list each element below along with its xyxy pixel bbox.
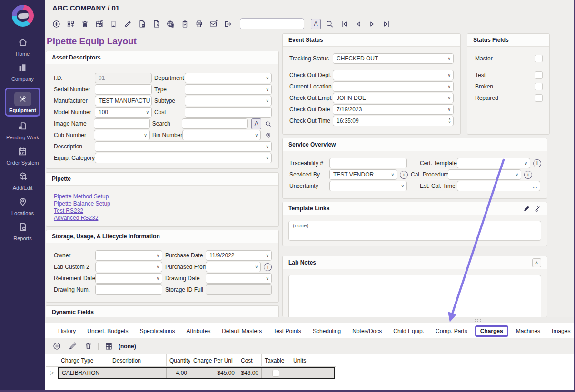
horizontal-splitter[interactable] [45,317,574,323]
print-icon[interactable] [193,18,205,30]
cost-cell[interactable]: $46.00 [238,368,262,378]
expand-row-icon[interactable]: ▷ [46,367,58,379]
purchased-from-combo[interactable]: ∨ [206,262,261,272]
crib-number-combo[interactable]: ∨ [94,130,150,140]
export-icon[interactable] [222,18,233,30]
template-links-content[interactable]: (none) [288,221,541,241]
sidebar-item-equipment[interactable]: Equipment [5,88,40,117]
check-out-date-combo[interactable]: 7/19/2023∨ [333,104,454,115]
clone-record-icon[interactable] [65,18,76,30]
grid-view-icon[interactable] [103,340,114,353]
quick-search-input[interactable] [240,18,304,29]
ellipsis-icon[interactable]: … [532,184,537,189]
drawing-date-combo[interactable]: ∨ [206,273,272,284]
type-combo[interactable]: ∨ [185,84,272,95]
column-header[interactable]: Units [290,354,336,367]
tab-specifications[interactable]: Specifications [139,328,175,334]
test-rs232-link[interactable]: Test RS232 [54,207,278,215]
charge-per-unit-cell[interactable]: $45.00 [190,368,238,378]
department-combo[interactable]: ∨ [185,73,272,83]
report-settings-icon[interactable] [136,18,148,30]
link-icon[interactable] [534,205,541,212]
tab-comp-parts[interactable]: Comp. Parts [436,328,467,334]
serviced-by-info-icon[interactable]: i [400,171,408,179]
search-icon[interactable] [265,120,272,127]
drawing-num-field[interactable] [95,284,162,295]
sidebar-item-locations[interactable]: Locations [11,196,34,216]
purchase-date-combo[interactable]: 11/9/2022∨ [206,250,272,261]
add-record-icon[interactable] [50,18,62,30]
retirement-date-combo[interactable]: ∨ [95,273,162,284]
last-record-icon[interactable] [381,18,392,30]
tab-scheduling[interactable]: Scheduling [313,328,341,334]
model-number-combo[interactable]: 100∨ [95,107,152,118]
tab-child-equip[interactable]: Child Equip. [393,328,424,334]
taxable-checkbox[interactable] [272,370,279,377]
match-case-button[interactable]: A [311,19,321,29]
tab-charges[interactable]: Charges [475,325,508,337]
cert-template-info-icon[interactable]: i [533,159,541,167]
description-combo[interactable]: ∨ [95,141,272,152]
tab-attributes[interactable]: Attributes [186,328,210,334]
units-cell[interactable] [290,368,334,378]
add-charge-icon[interactable] [51,340,62,353]
tab-history[interactable]: History [58,328,76,334]
subtype-combo[interactable]: ∨ [185,96,272,106]
search-icon[interactable] [324,18,335,30]
pipette-balance-setup-link[interactable]: Pipette Balance Setup [54,200,278,207]
email-icon[interactable] [208,18,219,30]
bookmark-icon[interactable] [108,18,119,30]
table-row[interactable]: ▷ CALIBRATION 4.00 $45.00 $46.00 [46,367,336,379]
purchased-from-info-icon[interactable]: i [264,263,272,271]
delete-charge-icon[interactable] [82,340,94,353]
quantity-cell[interactable]: 4.00 [167,368,190,378]
grid-view-selector-link[interactable]: (none) [119,343,136,350]
web-verified-icon[interactable] [165,18,176,30]
storage-id-full-field[interactable] [206,284,272,295]
sidebar-item-pending-work[interactable]: Pending Work [6,121,39,140]
delete-record-icon[interactable] [79,18,90,30]
sidebar-item-company[interactable]: Company [11,62,34,82]
tab-machines[interactable]: Machines [516,328,540,334]
tasks-clipboard-icon[interactable] [179,18,190,30]
serial-number-field[interactable] [95,84,152,95]
column-header[interactable]: Cost [238,354,262,367]
master-checkbox[interactable] [535,55,543,62]
serviced-by-combo[interactable]: TEST VENDOR∨ [329,169,397,180]
collapse-icon[interactable]: ∧ [532,258,541,267]
column-header[interactable]: Charge Type [58,354,109,367]
description-cell[interactable] [109,368,167,378]
cert-template-combo[interactable]: ∨ [457,158,530,168]
import-structure-icon[interactable] [150,18,162,30]
manufacturer-combo[interactable]: TEST MANUFACTU∨ [95,96,152,106]
est-cal-time-field[interactable]: … [457,181,540,191]
equip-category-combo[interactable]: ∨ [95,153,272,163]
tab-default-masters[interactable]: Default Masters [222,328,262,334]
edit-template-links-icon[interactable] [523,205,530,212]
check-out-dept-combo[interactable]: ∨ [333,70,454,80]
tab-notes-docs[interactable]: Notes/Docs [352,328,382,334]
advanced-rs232-link[interactable]: Advanced RS232 [54,215,278,222]
lab-custom-2-combo[interactable]: ∨ [95,262,162,272]
asset-search-field[interactable] [182,118,248,129]
edit-icon[interactable] [122,18,133,30]
column-header[interactable]: Charge Per Uni [190,354,238,367]
tab-uncert-budgets[interactable]: Uncert. Budgets [87,328,128,334]
test-checkbox[interactable] [535,71,543,79]
uncertainty-combo[interactable]: ∨ [329,181,407,191]
modify-charge-icon[interactable] [67,340,78,353]
charge-type-cell[interactable]: CALIBRATION [59,368,109,378]
splitter-grip-icon[interactable] [474,319,482,322]
sidebar-item-home[interactable]: Home [16,37,30,57]
first-record-icon[interactable] [338,18,349,30]
cost-field[interactable] [185,107,272,118]
cal-procedure-combo[interactable]: ∨ [448,169,521,180]
taxable-cell[interactable] [262,368,290,378]
schedule-icon[interactable] [93,18,105,30]
tab-images[interactable]: Images [552,328,570,334]
previous-record-icon[interactable] [352,18,364,30]
bin-location-pin-icon[interactable] [265,132,272,139]
next-record-icon[interactable] [367,18,378,30]
traceability-field[interactable] [329,158,407,168]
column-header[interactable]: Description [109,354,167,367]
